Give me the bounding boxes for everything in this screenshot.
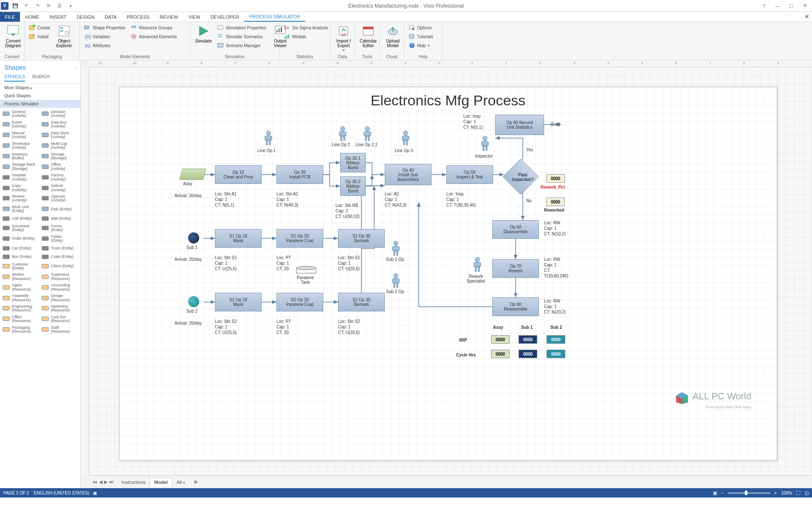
import-export-button[interactable]: Import / Export▾: [333, 23, 354, 53]
shape-properties-button[interactable]: Shape Properties: [82, 23, 127, 32]
process-simulator-stencil[interactable]: Process Simulator: [0, 100, 80, 108]
qat-save[interactable]: 💾: [11, 2, 20, 10]
page-prev-icon[interactable]: ◀: [99, 479, 102, 485]
stencil-shape[interactable]: Truck (Entity): [40, 244, 79, 253]
search-tab[interactable]: SEARCH: [32, 74, 50, 82]
qat-redo[interactable]: ↷: [33, 2, 42, 10]
page-prev-all-icon[interactable]: ⏮: [93, 479, 97, 485]
attributes-button[interactable]: [a]Attributes: [82, 41, 127, 50]
close-icon[interactable]: ✕: [798, 1, 811, 11]
stencil-shape[interactable]: Packaging (Resource): [1, 325, 40, 335]
options-button[interactable]: Options: [407, 23, 435, 32]
help-button[interactable]: ?Help ▾: [407, 41, 435, 50]
stencil-shape[interactable]: Staff (Resource): [40, 325, 79, 335]
more-shapes-link[interactable]: More Shapes ▸: [0, 84, 80, 92]
stencil-shape[interactable]: Assembly (Resource): [1, 293, 40, 303]
install-button[interactable]: Install: [27, 32, 52, 41]
stencil-shape[interactable]: Folder (Entity): [40, 234, 79, 244]
page-tab-add[interactable]: ⊕: [189, 478, 202, 486]
upload-model-button[interactable]: Upload Model: [382, 23, 403, 49]
op70-box[interactable]: Op 70 Rework: [492, 259, 539, 278]
op20-box[interactable]: Op 20 Install PCB: [276, 165, 323, 184]
stencil-shape[interactable]: Terminator [Activity]: [1, 141, 40, 151]
op10-box[interactable]: Op 10 Clean and Prep: [215, 165, 262, 184]
pass-inspection-decision[interactable]: Pass Inspection?: [504, 160, 542, 189]
op60-box[interactable]: Op 60 Disassemble: [492, 220, 539, 239]
quick-shapes-link[interactable]: Quick Shapes: [0, 92, 80, 100]
assy-entity[interactable]: [180, 169, 206, 180]
drawing-page[interactable]: Electronics Mfg Process: [119, 87, 777, 461]
stencil-shape[interactable]: Call (Entity): [1, 215, 40, 223]
advanced-elements-button[interactable]: Advanced Elements: [129, 32, 178, 41]
tab-design[interactable]: DESIGN: [71, 12, 99, 22]
sub1-op-icon[interactable]: [391, 241, 400, 256]
stencil-shape[interactable]: Engineering (Resource): [1, 303, 40, 314]
stencil-shape[interactable]: Agent (Resource): [1, 282, 40, 293]
zoom-level[interactable]: 108%: [781, 491, 792, 495]
qat-undo[interactable]: ↶: [22, 2, 31, 10]
s2op30-box[interactable]: S2 Op 30 Demask: [338, 293, 385, 311]
stencil-shape[interactable]: Submit (Activity): [40, 183, 79, 193]
simulate-scenarios-button[interactable]: Simulate Scenarios: [216, 32, 268, 41]
stencil-shape[interactable]: Customer (Entity): [1, 261, 40, 272]
page-next-icon[interactable]: ▶: [104, 479, 107, 485]
page-next-all-icon[interactable]: ⏭: [109, 479, 114, 485]
stencil-shape[interactable]: Factory (Activity): [40, 172, 79, 183]
qat-refresh[interactable]: ⟳: [44, 2, 53, 10]
stencils-tab[interactable]: STENCILS: [4, 74, 25, 82]
op30-2-box[interactable]: Op 30-2 Ribbon Bond: [340, 176, 366, 196]
six-sigma-button[interactable]: 6σSix Sigma Analysis: [282, 23, 330, 32]
op50-box[interactable]: Op 50 Inspect & Test: [446, 165, 493, 184]
s2op10-box[interactable]: S2 Op 10 Mask: [215, 293, 262, 311]
op80-box[interactable]: Op 80 Reassemble: [492, 297, 539, 316]
stencil-shape[interactable]: Accounting (Resource): [40, 282, 79, 293]
canvas[interactable]: Electronics Mfg Process: [89, 67, 812, 475]
object-explorer-button[interactable]: Object Explorer: [54, 23, 75, 49]
minitab-button[interactable]: Minitab: [282, 32, 330, 41]
op90-box[interactable]: Op 90 Record Unit Statistics: [495, 115, 544, 135]
stencil-shape[interactable]: Approve (Activity): [40, 193, 79, 204]
stencil-shape[interactable]: Work Unit (Entity): [1, 204, 40, 215]
scenario-manager-button[interactable]: Scenario Manager: [216, 41, 268, 50]
minimize-icon[interactable]: —: [771, 1, 784, 11]
stencil-shape[interactable]: Forms (Entity): [40, 223, 79, 234]
stencil-shape[interactable]: Box (Entity): [1, 253, 40, 261]
s1op10-box[interactable]: S1 Op 10 Mask: [215, 229, 262, 248]
stencil-shape[interactable]: Inventory [Buffer]: [1, 151, 40, 162]
tab-review[interactable]: REVIEW: [155, 12, 183, 22]
resource-groups-button[interactable]: Resource Groups: [129, 23, 178, 32]
page-tab-model[interactable]: Model: [149, 478, 172, 486]
stencil-shape[interactable]: General [Activity]: [1, 109, 40, 119]
stencil-shape[interactable]: Disk (Entity): [40, 204, 79, 215]
zoom-out-icon[interactable]: −: [721, 491, 724, 495]
stencil-shape[interactable]: Client (Entity): [40, 261, 79, 272]
pan-zoom-icon[interactable]: ◱: [805, 491, 809, 495]
op30-1-box[interactable]: Op 30-1 Ribbon Bond: [340, 153, 366, 172]
stencil-shape[interactable]: Document (Entity): [1, 223, 40, 234]
stencil-shape[interactable]: Data Box [Activity]: [40, 119, 79, 130]
tab-process[interactable]: PROCESS: [121, 12, 155, 22]
help-icon[interactable]: ?: [758, 1, 770, 11]
stencil-shape[interactable]: Hospital (Activity): [1, 172, 40, 183]
stencil-shape[interactable]: Supervisor (Resource): [40, 271, 79, 282]
stencil-shape[interactable]: Marketing (Resource): [40, 303, 79, 314]
zoom-in-icon[interactable]: +: [775, 491, 777, 495]
zoom-slider[interactable]: [728, 492, 770, 494]
tab-insert[interactable]: INSERT: [44, 12, 71, 22]
simulation-properties-button[interactable]: Simulation Properties: [216, 23, 268, 32]
fit-page-icon[interactable]: ⛶: [796, 491, 801, 495]
sub1-entity[interactable]: [188, 232, 199, 243]
line-op22-icon[interactable]: [363, 126, 372, 141]
stencil-shape[interactable]: Copy (Activity): [1, 183, 40, 193]
stencil-shape[interactable]: Order (Entity): [1, 234, 40, 244]
qat-customize[interactable]: ▾: [66, 2, 75, 10]
restore-icon[interactable]: ▢: [785, 1, 798, 11]
page-tab-instructions[interactable]: Instructions: [117, 478, 149, 486]
tab-home[interactable]: HOME: [20, 12, 44, 22]
s2op20-box[interactable]: S2 Op 20 Paralene Coat: [276, 293, 323, 311]
collapse-ribbon-icon[interactable]: ✕: [804, 13, 809, 20]
op40-box[interactable]: Op 40 Install Sub Assemblies: [385, 164, 431, 185]
stencil-shape[interactable]: Storage Rack [Storage]: [1, 161, 40, 172]
variables-button[interactable]: {x}Variables: [82, 32, 127, 41]
inspector-icon[interactable]: [480, 136, 490, 151]
